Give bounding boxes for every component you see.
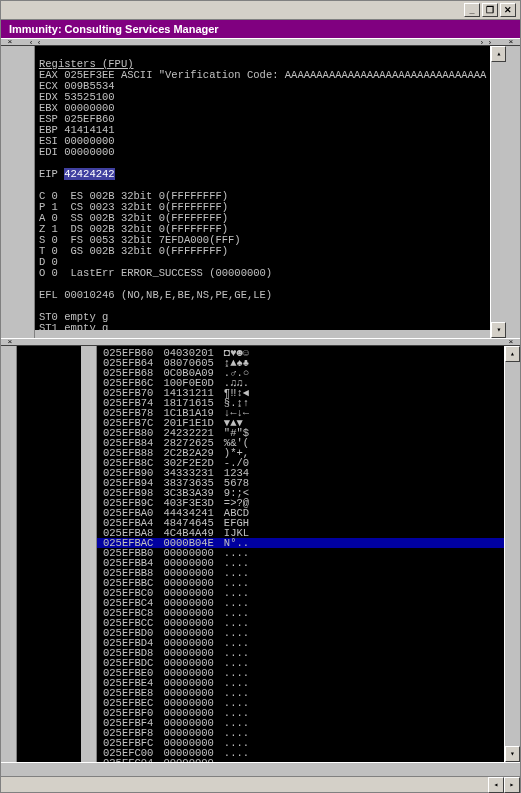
stack-row[interactable]: 025EFB680C0B0A09.♂.○: [103, 368, 498, 378]
stack-scroll-up-icon[interactable]: ▴: [505, 346, 520, 362]
stack-row[interactable]: 025EFB781C1B1A19↓←↓←: [103, 408, 498, 418]
stack-row[interactable]: 025EFBE000000000....: [103, 668, 498, 678]
reg-eip[interactable]: EIP 42424242: [39, 168, 115, 180]
registers-pane[interactable]: Registers (FPU) EAX 025EF3EE ASCII "Veri…: [35, 46, 490, 330]
title-bar[interactable]: Immunity: Consulting Services Manager: [1, 20, 520, 38]
reg-edi[interactable]: EDI 00000000: [39, 146, 115, 158]
stack-gutter-inner: [81, 346, 97, 762]
app-frame: _ ❐ ✕ Immunity: Consulting Services Mana…: [0, 0, 521, 793]
maximize-button[interactable]: ❐: [482, 3, 498, 17]
stack-row[interactable]: 025EFBEC00000000....: [103, 698, 498, 708]
stack-panel-header[interactable]: × ×: [1, 338, 520, 346]
stack-row[interactable]: 025EFBFC00000000....: [103, 738, 498, 748]
stack-row[interactable]: 025EFB6004030201◘♥☻☺: [103, 348, 498, 358]
stack-row[interactable]: 025EFBF000000000....: [103, 708, 498, 718]
hscroll-right-icon[interactable]: ▸: [504, 777, 520, 793]
flag-line-7[interactable]: O 0 LastErr ERROR_SUCCESS (00000000): [39, 267, 272, 279]
panel-nav-left-icon[interactable]: ‹: [29, 39, 33, 47]
stack-scrollbar[interactable]: ▴ ▾: [504, 346, 520, 762]
stack-row[interactable]: 025EFBD400000000....: [103, 638, 498, 648]
window-controls: _ ❐ ✕: [1, 1, 520, 20]
stack-row[interactable]: 025EFB94383736355678: [103, 478, 498, 488]
stack-row[interactable]: 025EFBA448474645EFGH: [103, 518, 498, 528]
stack-row[interactable]: 025EFC0400000000....: [103, 758, 498, 762]
stack-row[interactable]: 025EFB6C100F0E0D.♫♫.: [103, 378, 498, 388]
panel-nav-right-icon[interactable]: ›: [488, 39, 492, 47]
stack-row[interactable]: 025EFB7C201F1E1D▼▲▼: [103, 418, 498, 428]
fpu-st1[interactable]: ST1 empty g: [39, 322, 108, 330]
stack-row[interactable]: 025EFB7014131211¶‼↕◄: [103, 388, 498, 398]
stack-row[interactable]: 025EFB8024232221"#"$: [103, 428, 498, 438]
close-button[interactable]: ✕: [500, 3, 516, 17]
stack-row[interactable]: 025EFBB800000000....: [103, 568, 498, 578]
stack-row[interactable]: 025EFBA84C4B4A49IJKL: [103, 528, 498, 538]
stack-row[interactable]: 025EFB8C302F2E2D-./0: [103, 458, 498, 468]
panel-nav-left2-icon[interactable]: ‹: [37, 39, 41, 47]
stack-row[interactable]: 025EFBC400000000....: [103, 598, 498, 608]
stack-row[interactable]: 025EFBC000000000....: [103, 588, 498, 598]
stack-panel-close-right-icon[interactable]: ×: [506, 338, 516, 346]
status-bar: [1, 762, 520, 776]
scroll-down-icon[interactable]: ▾: [491, 322, 506, 338]
registers-gutter: [1, 46, 35, 338]
stack-row[interactable]: 025EFBB400000000....: [103, 558, 498, 568]
stack-gutter-outer: [1, 346, 17, 762]
panel-nav-right2-icon[interactable]: ›: [480, 39, 484, 47]
panel-close-right-icon[interactable]: ×: [506, 38, 516, 46]
registers-panel-header[interactable]: × ‹ ‹ › › ×: [1, 38, 520, 46]
stack-row[interactable]: 025EFBF400000000....: [103, 718, 498, 728]
minimize-button[interactable]: _: [464, 3, 480, 17]
stack-pane[interactable]: 025EFB6004030201◘♥☻☺025EFB6408070605↨▲♠♣…: [97, 346, 504, 762]
stack-row[interactable]: 025EFB90343332311234: [103, 468, 498, 478]
stack-row[interactable]: 025EFB6408070605↨▲♠♣: [103, 358, 498, 368]
horizontal-scrollbar[interactable]: ◂ ▸: [1, 776, 520, 792]
stack-row[interactable]: 025EFB983C3B3A399:;<: [103, 488, 498, 498]
stack-row[interactable]: 025EFB7418171615§.↨↑: [103, 398, 498, 408]
flag-line-5[interactable]: T 0 GS 002B 32bit 0(FFFFFFFF): [39, 245, 228, 257]
stack-row[interactable]: 025EFBD000000000....: [103, 628, 498, 638]
stack-row[interactable]: 025EFBDC00000000....: [103, 658, 498, 668]
stack-addr: 025EFC04: [103, 758, 153, 762]
efl-line[interactable]: EFL 00010246 (NO,NB,E,BE,NS,PE,GE,LE): [39, 289, 272, 301]
stack-row[interactable]: 025EFB8428272625%&'(: [103, 438, 498, 448]
stack-row[interactable]: 025EFB882C2B2A29)*+,: [103, 448, 498, 458]
stack-row[interactable]: 025EFBA044434241ABCD: [103, 508, 498, 518]
stack-row[interactable]: 025EFBF800000000....: [103, 728, 498, 738]
stack-panel-close-left-icon[interactable]: ×: [5, 338, 15, 346]
stack-row[interactable]: 025EFBAC0000B04EN°..: [97, 538, 504, 548]
stack-row[interactable]: 025EFB9C403F3E3D=>?@: [103, 498, 498, 508]
panel-close-left-icon[interactable]: ×: [5, 38, 15, 46]
app-title: Immunity: Consulting Services Manager: [9, 23, 219, 35]
stack-row[interactable]: 025EFBBC00000000....: [103, 578, 498, 588]
stack-scroll-down-icon[interactable]: ▾: [505, 746, 520, 762]
registers-scrollbar[interactable]: ▴ ▾: [490, 46, 506, 338]
stack-row[interactable]: 025EFBB000000000....: [103, 548, 498, 558]
stack-ascii: ....: [224, 758, 249, 762]
scroll-up-icon[interactable]: ▴: [491, 46, 506, 62]
hscroll-left-icon[interactable]: ◂: [488, 777, 504, 793]
stack-row[interactable]: 025EFBC800000000....: [103, 608, 498, 618]
stack-row[interactable]: 025EFC0000000000....: [103, 748, 498, 758]
stack-row[interactable]: 025EFBE400000000....: [103, 678, 498, 688]
stack-row[interactable]: 025EFBCC00000000....: [103, 618, 498, 628]
stack-row[interactable]: 025EFBE800000000....: [103, 688, 498, 698]
stack-hex: 00000000: [163, 758, 213, 762]
stack-row[interactable]: 025EFBD800000000....: [103, 648, 498, 658]
eip-value-highlight: 42424242: [64, 168, 114, 180]
